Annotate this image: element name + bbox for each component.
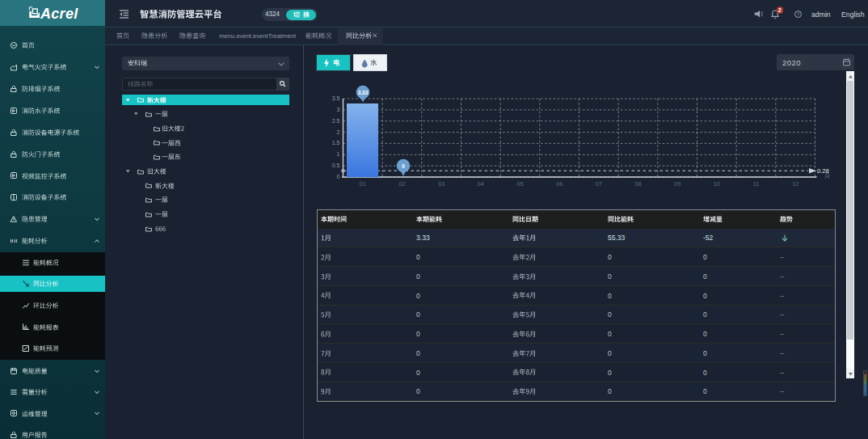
svg-text:3.33: 3.33	[358, 90, 369, 95]
svg-text:0: 0	[402, 163, 405, 168]
